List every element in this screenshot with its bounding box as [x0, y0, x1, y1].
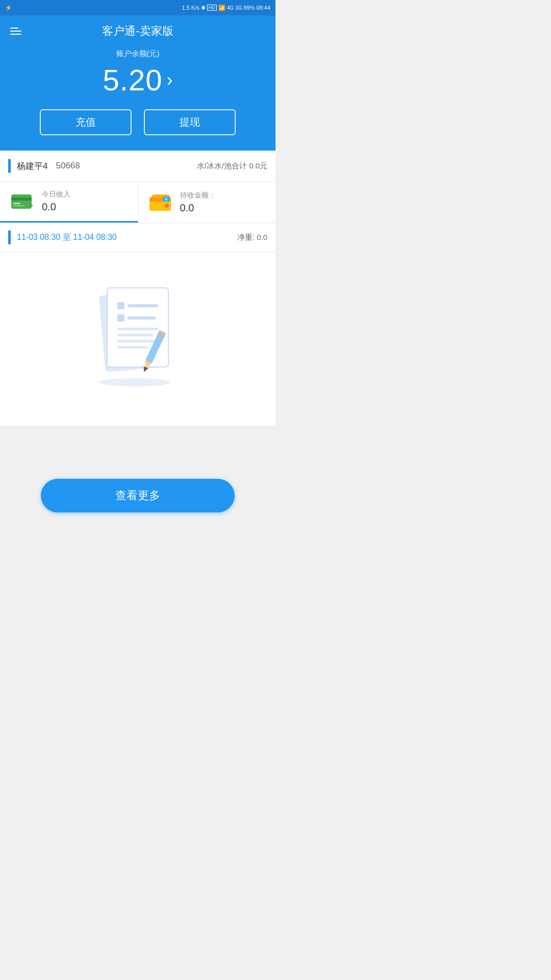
- svg-rect-3: [13, 205, 24, 206]
- svg-text:¥: ¥: [165, 198, 167, 201]
- svg-rect-4: [29, 205, 33, 206]
- signal-3g-icon: 3G: [235, 5, 242, 11]
- balance-label: 账户余额(元): [10, 49, 265, 59]
- net-weight-text: 净重: 0.0: [237, 233, 267, 242]
- svg-rect-13: [117, 302, 124, 309]
- today-income-item[interactable]: 今日收入 0.0: [0, 182, 138, 223]
- account-id: 50668: [56, 161, 80, 171]
- usb-icon: ⚡: [5, 5, 12, 11]
- balance-number: 5.20: [103, 63, 163, 97]
- today-income-text: 今日收入 0.0: [42, 190, 70, 213]
- svg-rect-16: [128, 316, 156, 320]
- svg-rect-12: [107, 288, 168, 367]
- status-bar: ⚡ 1.5 K/s ✱ HD 📶 4G 3G 89% 09:44: [0, 0, 276, 15]
- withdraw-button[interactable]: 提现: [144, 109, 236, 135]
- header: 客户通-卖家版 账户余额(元) 5.20 › 充值 提现: [0, 15, 276, 151]
- svg-rect-14: [128, 304, 158, 307]
- today-income-value: 0.0: [42, 201, 70, 213]
- wifi-icon: 📶: [218, 5, 226, 11]
- speed-indicator: 1.5 K/s: [182, 5, 199, 11]
- menu-button[interactable]: [10, 28, 21, 35]
- income-card-icon: [10, 192, 35, 211]
- pending-value: 0.0: [180, 202, 216, 214]
- hd-icon: HD: [207, 5, 217, 11]
- status-bar-right: 1.5 K/s ✱ HD 📶 4G 3G 89% 09:44: [182, 5, 271, 11]
- stats-row: 今日收入 0.0 ¥ 待收金额： 0.0: [0, 182, 276, 223]
- bluetooth-icon: ✱: [201, 5, 206, 11]
- bottom-section: 查看更多: [0, 426, 276, 528]
- svg-point-9: [165, 204, 169, 208]
- header-nav: 客户通-卖家版: [10, 23, 265, 39]
- time-display: 09:44: [256, 5, 270, 11]
- account-name: 杨建平4: [17, 160, 47, 172]
- signal-4g-icon: 4G: [227, 5, 234, 11]
- today-income-label: 今日收入: [42, 190, 70, 199]
- date-range-text: 11-03 08:30 至 11-04 08:30: [17, 232, 117, 243]
- account-balance-info: 水/冰水/池合计 0.0元: [197, 161, 267, 171]
- balance-section: 账户余额(元) 5.20 › 充值 提现: [10, 49, 265, 135]
- view-more-button[interactable]: 查看更多: [41, 479, 235, 512]
- account-row: 杨建平4 50668 水/冰水/池合计 0.0元: [0, 151, 276, 182]
- account-indicator: [8, 159, 11, 173]
- app-title: 客户通-卖家版: [21, 23, 254, 39]
- date-row: 11-03 08:30 至 11-04 08:30 净重: 0.0: [0, 223, 276, 252]
- balance-amount-row[interactable]: 5.20 ›: [10, 63, 265, 97]
- svg-rect-19: [117, 340, 156, 342]
- svg-point-10: [99, 378, 171, 386]
- pending-wallet-icon: ¥: [148, 192, 173, 212]
- action-buttons: 充值 提现: [10, 109, 265, 135]
- svg-rect-2: [13, 203, 20, 204]
- svg-rect-18: [117, 334, 153, 336]
- status-bar-left: ⚡: [5, 5, 12, 11]
- svg-rect-20: [117, 346, 148, 349]
- svg-rect-17: [117, 328, 158, 330]
- empty-state: [0, 252, 276, 426]
- svg-rect-1: [11, 198, 32, 201]
- pending-text: 待收金额： 0.0: [180, 191, 216, 214]
- document-illustration: [77, 273, 199, 395]
- date-indicator: [8, 230, 11, 244]
- battery-indicator: 89%: [243, 5, 255, 11]
- svg-rect-15: [117, 314, 124, 322]
- recharge-button[interactable]: 充值: [40, 109, 132, 135]
- content: 杨建平4 50668 水/冰水/池合计 0.0元 今日收入 0.0: [0, 151, 276, 426]
- balance-chevron-icon: ›: [166, 69, 172, 91]
- pending-label: 待收金额：: [180, 191, 216, 200]
- svg-rect-0: [11, 194, 32, 209]
- pending-item[interactable]: ¥ 待收金额： 0.0: [138, 182, 276, 223]
